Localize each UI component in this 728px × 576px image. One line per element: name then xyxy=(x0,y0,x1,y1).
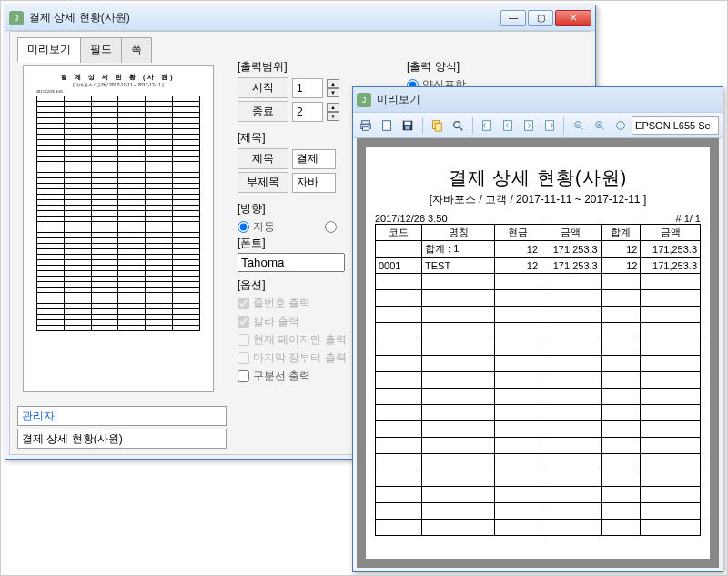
tab-preview[interactable]: 미리보기 xyxy=(17,37,81,63)
svg-rect-6 xyxy=(406,126,410,129)
report-timestamp: 2017/12/26 3:50 xyxy=(375,213,448,224)
minimize-button[interactable]: — xyxy=(500,10,526,26)
preview-area: 결제 상세 현황(사원) [자바포스 / 고객 / 2017-11-11 ~ 2… xyxy=(357,138,719,568)
copy-icon[interactable] xyxy=(428,116,447,136)
font-input[interactable] xyxy=(238,253,345,272)
thumb-table: /*rows generated below visually via repe… xyxy=(36,96,200,331)
table-row: 0001TEST12171,253.312171,253.3 xyxy=(376,258,701,274)
col-header: 합계 xyxy=(601,225,641,241)
next-page-icon[interactable] xyxy=(519,116,538,136)
subtitle-input[interactable] xyxy=(292,173,336,193)
report-sub: [자바포스 / 고객 / 2017-11-11 ~ 2017-12-11 ] xyxy=(375,192,701,207)
start-down[interactable]: ▼ xyxy=(327,88,339,97)
col-header: 금액 xyxy=(541,225,602,241)
tabs: 미리보기 필드 폭 xyxy=(17,37,151,63)
direction-auto[interactable] xyxy=(238,221,249,233)
table-row xyxy=(376,454,701,470)
footer-inputs xyxy=(17,403,227,449)
end-label: 종료 xyxy=(238,101,288,122)
titlebar[interactable]: J 결제 상세 현황(사원) — ▢ ✕ xyxy=(5,5,595,31)
window-title: 결제 상세 현황(사원) xyxy=(29,10,500,25)
svg-point-22 xyxy=(616,121,624,129)
toolbar: EPSON L655 Se xyxy=(353,113,723,138)
end-input[interactable] xyxy=(292,102,323,122)
table-row xyxy=(376,503,701,520)
table-row xyxy=(376,520,701,536)
table-row xyxy=(376,470,701,487)
first-page-icon[interactable] xyxy=(478,116,497,136)
app-icon: J xyxy=(357,93,371,107)
end-down[interactable]: ▼ xyxy=(327,112,339,121)
save-icon[interactable] xyxy=(399,116,418,136)
svg-line-17 xyxy=(581,126,583,129)
table-row xyxy=(376,372,701,389)
titles-label: [제목] xyxy=(238,130,336,146)
opt-curpage xyxy=(238,334,249,346)
page-icon[interactable] xyxy=(378,116,397,136)
svg-rect-13 xyxy=(525,120,533,130)
close-button[interactable]: ✕ xyxy=(555,10,592,26)
svg-point-9 xyxy=(454,121,460,127)
search-icon[interactable] xyxy=(449,116,468,136)
svg-rect-5 xyxy=(405,121,411,125)
table-row xyxy=(376,487,701,503)
format-label: [출력 양식] xyxy=(407,59,466,75)
opt-divider[interactable] xyxy=(238,370,249,382)
tab-width[interactable]: 폭 xyxy=(121,37,152,63)
direction-other[interactable] xyxy=(325,221,337,233)
font-label: [폰트] xyxy=(238,236,345,251)
svg-line-21 xyxy=(601,126,603,129)
col-header: 코드 xyxy=(376,225,422,241)
title-lbl: 제목 xyxy=(238,148,288,169)
prev-page-icon[interactable] xyxy=(499,116,518,136)
svg-rect-0 xyxy=(362,120,370,124)
opt-lastfirst xyxy=(238,352,249,364)
range-label: [출력범위] xyxy=(238,59,339,75)
start-up[interactable]: ▲ xyxy=(327,79,339,88)
table-row xyxy=(376,356,701,372)
table-row xyxy=(376,307,701,323)
table-row xyxy=(376,389,701,405)
preview-window: J 미리보기 EPSON L655 Se 결제 상세 현황(사원) [자바포스 … xyxy=(352,86,723,572)
last-page-icon[interactable] xyxy=(540,116,559,136)
end-up[interactable]: ▲ xyxy=(327,103,339,112)
window-title: 미리보기 xyxy=(377,92,719,107)
table-row: 합계 : 112171,253.312171,253.3 xyxy=(376,241,701,258)
opt-color xyxy=(238,316,249,328)
start-label: 시작 xyxy=(238,77,288,98)
report-page: 결제 상세 현황(사원) [자바포스 / 고객 / 2017-11-11 ~ 2… xyxy=(366,147,710,559)
app-icon: J xyxy=(9,11,24,25)
col-header: 명칭 xyxy=(421,225,494,241)
title-input[interactable] xyxy=(292,149,336,169)
table-row xyxy=(376,421,701,438)
options-label: [옵션] xyxy=(238,278,347,293)
table-row xyxy=(376,274,701,290)
col-header: 금액 xyxy=(641,225,701,241)
svg-rect-2 xyxy=(363,126,369,130)
titlebar[interactable]: J 미리보기 xyxy=(353,87,723,113)
print-icon[interactable] xyxy=(357,116,376,136)
report-pager: # 1/ 1 xyxy=(675,213,701,224)
col-header: 현금 xyxy=(495,225,541,241)
zoom-in-icon[interactable] xyxy=(590,116,609,136)
svg-rect-3 xyxy=(383,120,391,130)
footer-field-2[interactable] xyxy=(17,429,227,449)
subtitle-lbl: 부제목 xyxy=(238,172,288,193)
svg-line-10 xyxy=(460,126,463,130)
table-row xyxy=(376,323,701,339)
zoom-out-icon[interactable] xyxy=(569,116,588,136)
zoom-fit-icon[interactable] xyxy=(611,116,630,136)
maximize-button[interactable]: ▢ xyxy=(528,10,553,26)
svg-rect-12 xyxy=(504,120,512,130)
start-input[interactable] xyxy=(292,78,323,98)
footer-field-1[interactable] xyxy=(17,406,227,426)
table-row xyxy=(376,438,701,454)
direction-label: [방향] xyxy=(238,201,337,217)
report-table: 코드명칭현금금액합계금액 합계 : 112171,253.312171,253.… xyxy=(375,224,701,536)
table-row xyxy=(376,405,701,421)
tab-field[interactable]: 필드 xyxy=(80,37,122,63)
printer-field[interactable]: EPSON L655 Se xyxy=(632,116,719,135)
report-heading: 결제 상세 현황(사원) xyxy=(375,166,701,190)
page-thumbnail: 결 제 상 세 현 황 (사 원) [자바포스 / 고객 / 2017-11-1… xyxy=(23,65,214,392)
svg-rect-8 xyxy=(435,123,441,131)
